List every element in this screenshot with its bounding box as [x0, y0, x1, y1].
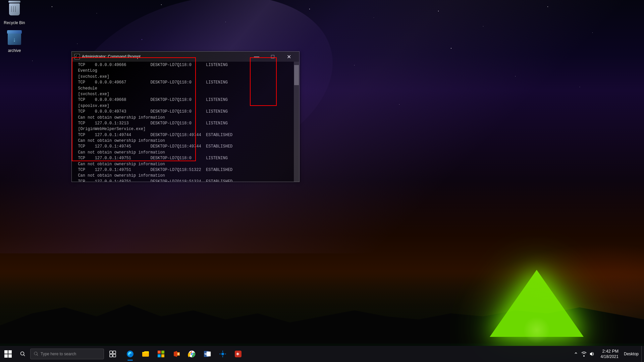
svg-rect-28	[225, 354, 226, 354]
cmd-line: TCP 0.0.0.0:49743 DESKTOP-LD7Q118:0 LIST…	[72, 109, 294, 115]
cmd-window: C: Administrator: Command Prompt — □ ✕ T…	[71, 51, 300, 182]
cmd-line: TCP 127.0.0.1:49745 DESKTOP-LD7Q118:4974…	[72, 144, 294, 149]
cmd-titlebar[interactable]: C: Administrator: Command Prompt — □ ✕	[72, 52, 299, 62]
cmd-line: Can not obtain ownership information	[72, 150, 294, 156]
clock-date: 4/18/2021	[601, 354, 619, 360]
recycle-bin-icon[interactable]: Recycle Bin	[2, 2, 27, 26]
cmd-line: EventLog	[72, 68, 294, 74]
highlight-left	[72, 57, 196, 161]
svg-rect-8	[110, 354, 112, 357]
search-bar[interactable]: Type here to search	[30, 349, 104, 359]
taskbar-edge[interactable]	[123, 347, 138, 361]
taskbar-word[interactable]: W	[200, 347, 215, 361]
start-button[interactable]	[0, 346, 16, 362]
taskbar-apps: W ✶	[123, 347, 246, 361]
svg-text:W: W	[205, 352, 208, 356]
cmd-line: TCP 127.0.0.1:3213 DESKTOP-LD7Q118:0 LIS…	[72, 121, 294, 126]
taskbar-file-explorer[interactable]	[138, 347, 153, 361]
cmd-controls: — □ ✕	[249, 52, 297, 62]
tray-volume[interactable]	[589, 351, 595, 357]
svg-rect-26	[222, 356, 223, 357]
arch-arrow: ↓	[13, 36, 16, 43]
taskbar: Type here to search	[0, 346, 644, 362]
system-tray	[570, 351, 598, 357]
svg-line-3	[24, 355, 25, 356]
recycle-bin-image	[6, 3, 22, 19]
rb-lid	[8, 1, 20, 3]
svg-rect-11	[158, 351, 161, 354]
svg-text:C:: C:	[75, 55, 79, 59]
clock[interactable]: 2:42 PM 4/18/2021	[598, 349, 621, 359]
tent	[490, 270, 584, 344]
cmd-content[interactable]: TCP 0.0.0.0:49666 DESKTOP-LD7Q118:0 LIST…	[72, 62, 294, 182]
svg-line-5	[37, 355, 38, 356]
search-placeholder: Type here to search	[41, 352, 76, 356]
svg-text:✶: ✶	[236, 352, 240, 357]
clock-time: 2:42 PM	[602, 349, 619, 354]
cmd-body: TCP 0.0.0.0:49666 DESKTOP-LD7Q118:0 LIST…	[72, 62, 299, 182]
cmd-minimize-btn[interactable]: —	[249, 52, 264, 62]
svg-point-2	[21, 352, 24, 355]
cmd-maximize-btn[interactable]: □	[265, 52, 280, 62]
taskbar-extra-app[interactable]: ✶	[231, 347, 246, 361]
highlight-right	[250, 57, 277, 106]
archive-icon[interactable]: ↓ archive	[2, 29, 27, 54]
tray-chevron[interactable]	[573, 351, 579, 357]
cmd-scrollbar-thumb[interactable]	[294, 65, 299, 85]
cmd-close-btn[interactable]: ✕	[281, 52, 297, 62]
svg-rect-7	[113, 351, 116, 354]
cmd-line: Can not obtain ownership information	[72, 138, 294, 144]
svg-rect-14	[161, 354, 164, 357]
rb-lines	[11, 6, 16, 12]
svg-rect-12	[161, 351, 164, 354]
archive-image: ↓	[6, 31, 22, 47]
taskbar-office[interactable]	[169, 347, 184, 361]
cmd-line: TCP 127.0.0.1:49751 DESKTOP-LD7Q118:5132…	[72, 167, 294, 173]
svg-rect-0	[75, 55, 79, 59]
tent-interior	[523, 317, 550, 344]
svg-point-4	[34, 352, 37, 355]
cmd-line: Can not obtain ownership information	[72, 115, 294, 121]
taskbar-photos[interactable]	[215, 347, 230, 361]
recycle-bin-label: Recycle Bin	[4, 20, 25, 25]
cmd-line: Can not obtain ownership information	[72, 173, 294, 179]
cmd-line: [svchost.exe]	[72, 92, 294, 97]
cmd-title: Administrator: Command Prompt	[82, 54, 249, 59]
cmd-line: [spoolsv.exe]	[72, 103, 294, 109]
cmd-line: Can not obtain ownership information	[72, 162, 294, 167]
cmd-window-icon: C:	[74, 54, 80, 59]
show-desktop-btn[interactable]	[641, 346, 644, 362]
rb-body	[9, 3, 20, 15]
taskbar-right: 2:42 PM 4/18/2021 Desktop	[570, 346, 644, 362]
svg-rect-27	[219, 354, 221, 354]
tray-network[interactable]	[581, 351, 587, 357]
milky-way	[50, 0, 353, 199]
arch-box: ↓	[8, 33, 21, 45]
cmd-line: TCP 127.0.0.1:49744 DESKTOP-LD7Q118:4974…	[72, 132, 294, 138]
cmd-line: TCP 0.0.0.0:49668 DESKTOP-LD7Q118:0 LIST…	[72, 97, 294, 103]
task-view-btn[interactable]	[105, 347, 120, 361]
stars	[0, 0, 644, 217]
cmd-line: TCP 0.0.0.0:49667 DESKTOP-LD7Q118:0 LIST…	[72, 80, 294, 85]
cmd-scrollbar[interactable]	[294, 62, 299, 182]
cmd-line: [svchost.exe]	[72, 74, 294, 80]
archive-label: archive	[8, 48, 21, 53]
cmd-line: TCP 0.0.0.0:49666 DESKTOP-LD7Q118:0 LIST…	[72, 62, 294, 68]
svg-rect-9	[113, 354, 116, 357]
svg-rect-6	[110, 351, 112, 354]
taskbar-desktop-label[interactable]: Desktop	[621, 352, 641, 356]
svg-rect-13	[158, 354, 161, 357]
cmd-line: [OriginWebHelperService.exe]	[72, 126, 294, 132]
svg-point-24	[221, 353, 224, 355]
search-icon-btn[interactable]	[16, 346, 30, 362]
cmd-line: Schedule	[72, 86, 294, 92]
svg-rect-25	[222, 351, 223, 352]
taskbar-store[interactable]	[154, 347, 168, 361]
windows-logo	[4, 350, 12, 358]
desktop: Recycle Bin ↓ archive C: Administrator: …	[0, 0, 644, 362]
taskbar-chrome[interactable]	[184, 347, 199, 361]
cmd-line: TCP 127.0.0.1:49751 DESKTOP-LD7Q118:5132…	[72, 179, 294, 182]
cmd-line: TCP 127.0.0.1:49751 DESKTOP-LD7Q118:0 LI…	[72, 156, 294, 161]
